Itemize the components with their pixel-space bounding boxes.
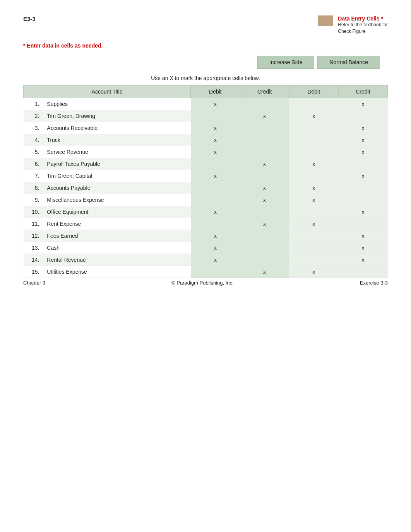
increase-debit-cell[interactable]: [191, 158, 240, 170]
normal-credit-cell[interactable]: x: [338, 230, 387, 242]
data-entry-title: Data Entry Cells *: [338, 15, 388, 22]
row-number: 4.: [24, 134, 43, 146]
increase-credit-cell[interactable]: x: [240, 218, 289, 230]
increase-debit-cell[interactable]: [191, 218, 240, 230]
row-number: 10.: [24, 206, 43, 218]
row-number: 5.: [24, 146, 43, 158]
increase-debit-cell[interactable]: x: [191, 134, 240, 146]
row-number: 7.: [24, 170, 43, 182]
normal-debit-cell[interactable]: x: [289, 110, 338, 122]
normal-credit-cell[interactable]: [338, 218, 387, 230]
increase-credit-cell[interactable]: x: [240, 194, 289, 206]
normal-debit-cell[interactable]: x: [289, 158, 338, 170]
x-mark: x: [361, 209, 364, 215]
increase-debit-cell[interactable]: x: [191, 206, 240, 218]
table-row: 6.Payroll Taxes Payablexx: [24, 158, 388, 170]
x-mark: x: [214, 233, 217, 239]
table-row: 11.Rent Expensexx: [24, 218, 388, 230]
x-mark: x: [312, 113, 315, 119]
table-row: 2.Tim Green, Drawingxx: [24, 110, 388, 122]
normal-debit-cell[interactable]: x: [289, 194, 338, 206]
normal-debit-cell[interactable]: [289, 170, 338, 182]
row-number: 8.: [24, 182, 43, 194]
normal-credit-header: Credit: [338, 85, 387, 98]
increase-credit-cell[interactable]: [240, 134, 289, 146]
normal-debit-cell[interactable]: [289, 134, 338, 146]
footer-left: Chapter 3: [23, 280, 45, 286]
increase-credit-cell[interactable]: [240, 98, 289, 110]
data-entry-box: Data Entry Cells * Refer to the textbook…: [318, 15, 388, 35]
row-account-title: Service Revenue: [43, 146, 190, 158]
normal-credit-cell[interactable]: x: [338, 254, 387, 266]
increase-debit-cell[interactable]: [191, 266, 240, 278]
increase-credit-cell[interactable]: [240, 230, 289, 242]
x-mark: x: [263, 221, 266, 227]
normal-credit-cell[interactable]: x: [338, 170, 387, 182]
increase-credit-cell[interactable]: [240, 122, 289, 134]
normal-debit-cell[interactable]: [289, 206, 338, 218]
normal-credit-cell[interactable]: [338, 266, 387, 278]
increase-credit-cell[interactable]: x: [240, 110, 289, 122]
table-row: 8.Accounts Payablexx: [24, 182, 388, 194]
table-row: 10.Office Equipmentxx: [24, 206, 388, 218]
increase-debit-cell[interactable]: x: [191, 170, 240, 182]
normal-credit-cell[interactable]: [338, 182, 387, 194]
normal-debit-cell[interactable]: [289, 146, 338, 158]
x-mark: x: [312, 221, 315, 227]
table-row: 14.Rental Revenuexx: [24, 254, 388, 266]
increase-credit-cell[interactable]: x: [240, 266, 289, 278]
increase-debit-cell[interactable]: x: [191, 230, 240, 242]
row-number: 12.: [24, 230, 43, 242]
normal-credit-cell[interactable]: [338, 158, 387, 170]
main-table: Account Title Debit Credit Debit Credit …: [23, 85, 388, 278]
row-number: 1.: [24, 98, 43, 110]
normal-debit-cell[interactable]: [289, 122, 338, 134]
normal-debit-cell[interactable]: [289, 242, 338, 254]
table-row: 9.Miscellaneous Expensexx: [24, 194, 388, 206]
x-mark: x: [361, 149, 364, 155]
normal-credit-cell[interactable]: x: [338, 98, 387, 110]
normal-debit-cell[interactable]: [289, 254, 338, 266]
increase-credit-cell[interactable]: [240, 242, 289, 254]
normal-credit-cell[interactable]: x: [338, 134, 387, 146]
normal-debit-cell[interactable]: x: [289, 266, 338, 278]
normal-credit-cell[interactable]: x: [338, 206, 387, 218]
x-mark: x: [361, 233, 364, 239]
table-row: 12.Fees Earnedxx: [24, 230, 388, 242]
row-account-title: Office Equipment: [43, 206, 190, 218]
increase-credit-cell[interactable]: [240, 146, 289, 158]
increase-debit-cell[interactable]: [191, 110, 240, 122]
increase-credit-cell[interactable]: [240, 254, 289, 266]
increase-credit-cell[interactable]: [240, 170, 289, 182]
increase-credit-cell[interactable]: x: [240, 182, 289, 194]
data-entry-subtitle-line1: Refer to the textbook for: [338, 22, 388, 28]
increase-debit-cell[interactable]: [191, 194, 240, 206]
increase-debit-cell[interactable]: x: [191, 242, 240, 254]
normal-credit-cell[interactable]: [338, 194, 387, 206]
table-row: 1.Suppliesxx: [24, 98, 388, 110]
normal-debit-cell[interactable]: [289, 98, 338, 110]
x-mark: x: [263, 197, 266, 203]
increase-debit-cell[interactable]: x: [191, 146, 240, 158]
normal-debit-cell[interactable]: [289, 230, 338, 242]
normal-credit-cell[interactable]: x: [338, 122, 387, 134]
increase-credit-cell[interactable]: [240, 206, 289, 218]
x-mark: x: [312, 185, 315, 191]
row-number: 14.: [24, 254, 43, 266]
normal-debit-cell[interactable]: x: [289, 182, 338, 194]
data-entry-text: Data Entry Cells * Refer to the textbook…: [338, 15, 388, 35]
normal-credit-cell[interactable]: x: [338, 242, 387, 254]
table-row: 3.Accounts Receivablexx: [24, 122, 388, 134]
x-mark: x: [214, 173, 217, 179]
normal-debit-cell[interactable]: x: [289, 218, 338, 230]
normal-credit-cell[interactable]: x: [338, 146, 387, 158]
row-account-title: Accounts Payable: [43, 182, 190, 194]
increase-debit-cell[interactable]: [191, 182, 240, 194]
increase-debit-cell[interactable]: x: [191, 122, 240, 134]
increase-debit-cell[interactable]: x: [191, 254, 240, 266]
increase-debit-cell[interactable]: x: [191, 98, 240, 110]
increase-credit-cell[interactable]: x: [240, 158, 289, 170]
data-entry-swatch: [318, 15, 333, 26]
normal-credit-cell[interactable]: [338, 110, 387, 122]
row-account-title: Tim Green, Drawing: [43, 110, 190, 122]
